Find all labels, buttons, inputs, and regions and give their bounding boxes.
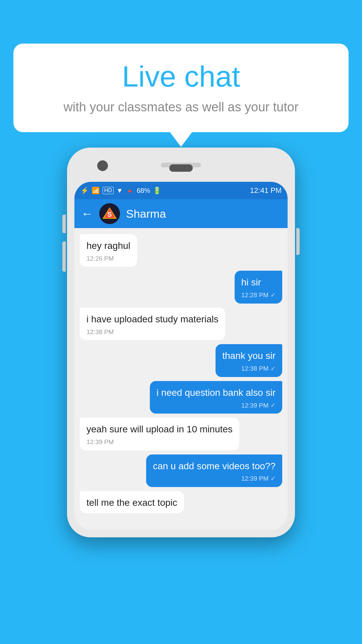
- wifi-icon: ▼: [116, 187, 123, 195]
- message-row: hey raghul 12:26 PM: [80, 234, 282, 267]
- phone-camera: [97, 160, 108, 171]
- message-row: i need question bank also sir 12:39 PM ✓: [80, 381, 282, 414]
- message-time: 12:39 PM: [86, 438, 233, 446]
- chat-header: ← S Sharma: [74, 199, 288, 228]
- chat-body: hey raghul 12:26 PM hi sir 12:28 PM ✓ i …: [74, 228, 288, 530]
- bluetooth-icon: ⚡: [80, 186, 89, 195]
- message-text: tell me the exact topic: [86, 496, 177, 509]
- battery-icon: 🔋: [153, 186, 161, 195]
- speech-bubble: Live chat with your classmates as well a…: [13, 44, 349, 132]
- read-receipt-icon: ✓: [270, 291, 276, 299]
- message-time: 12:39 PM ✓: [153, 474, 276, 483]
- speech-bubble-container: Live chat with your classmates as well a…: [13, 44, 349, 132]
- message-text: hey raghul: [86, 239, 130, 252]
- status-bar: ⚡ 📶 HD ▼ 🔺 68% 🔋 12:41 PM: [74, 182, 288, 199]
- bubble-subtitle: with your classmates as well as your tut…: [34, 99, 328, 115]
- phone-mockup: ⚡ 📶 HD ▼ 🔺 68% 🔋 12:41 PM ←: [67, 148, 295, 537]
- message-text: i have uploaded study materials: [86, 313, 219, 326]
- message-time: 12:39 PM ✓: [157, 401, 276, 410]
- received-message: i have uploaded study materials 12:38 PM: [80, 308, 225, 340]
- message-time: 12:28 PM ✓: [241, 291, 276, 300]
- message-text: i need question bank also sir: [157, 386, 276, 399]
- svg-text:S: S: [107, 211, 112, 218]
- read-receipt-icon: ✓: [270, 365, 276, 373]
- battery-percent: 68%: [137, 187, 150, 195]
- received-message: yeah sure will upload in 10 minutes 12:3…: [80, 418, 239, 450]
- phone-power-button: [296, 228, 300, 255]
- message-row: hi sir 12:28 PM ✓: [80, 271, 282, 303]
- status-time: 12:41 PM: [250, 186, 282, 195]
- message-row: i have uploaded study materials 12:38 PM: [80, 308, 282, 340]
- received-message-partial: tell me the exact topic: [80, 491, 184, 513]
- message-time: 12:38 PM: [86, 328, 219, 336]
- contact-name: Sharma: [126, 207, 166, 220]
- contact-avatar: S: [99, 203, 120, 224]
- message-text: thank you sir: [222, 350, 276, 362]
- sent-message: i need question bank also sir 12:39 PM ✓: [150, 381, 282, 414]
- bubble-title: Live chat: [34, 60, 328, 93]
- hd-icon: HD: [103, 187, 114, 194]
- phone-screen: ⚡ 📶 HD ▼ 🔺 68% 🔋 12:41 PM ←: [74, 182, 288, 530]
- network-icon: 🔺: [126, 186, 134, 195]
- back-button[interactable]: ←: [81, 207, 93, 221]
- message-text: yeah sure will upload in 10 minutes: [86, 423, 233, 436]
- status-left-icons: ⚡ 📶 HD ▼ 🔺 68% 🔋: [80, 186, 161, 195]
- message-text: can u add some videos too??: [153, 460, 276, 473]
- sent-message: thank you sir 12:38 PM ✓: [216, 344, 282, 377]
- phone-volume-up: [62, 215, 66, 233]
- message-row: tell me the exact topic: [80, 491, 282, 513]
- status-right: 12:41 PM: [250, 186, 282, 195]
- message-time: 12:26 PM: [86, 254, 130, 263]
- read-receipt-icon: ✓: [270, 475, 276, 483]
- message-row: thank you sir 12:38 PM ✓: [80, 344, 282, 377]
- sent-message: can u add some videos too?? 12:39 PM ✓: [146, 454, 282, 487]
- phone-home-button: [169, 164, 193, 172]
- read-receipt-icon: ✓: [270, 401, 276, 409]
- message-time: 12:38 PM ✓: [222, 364, 276, 373]
- signal-icon: 📶: [92, 186, 100, 195]
- message-text: hi sir: [241, 276, 276, 289]
- message-row: can u add some videos too?? 12:39 PM ✓: [80, 454, 282, 487]
- received-message: hey raghul 12:26 PM: [80, 234, 137, 267]
- phone-outer: ⚡ 📶 HD ▼ 🔺 68% 🔋 12:41 PM ←: [67, 148, 295, 537]
- phone-volume-down: [62, 241, 66, 272]
- message-row: yeah sure will upload in 10 minutes 12:3…: [80, 418, 282, 450]
- sent-message: hi sir 12:28 PM ✓: [235, 271, 282, 303]
